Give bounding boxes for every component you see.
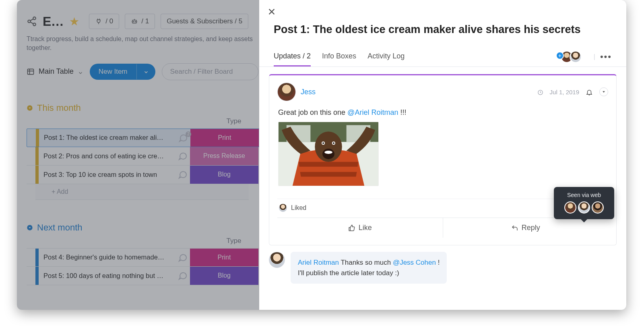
card-meta: Jul 1, 2019 [537,87,608,96]
avatar [564,201,576,214]
body-text: Great job on this one [278,108,347,116]
clock-icon [537,88,543,95]
tab-activity-log[interactable]: Activity Log [367,47,405,66]
svg-point-25 [324,151,332,154]
action-row: Like Reply [277,218,608,238]
svg-point-27 [322,142,324,144]
comment-reply: Ariel Roitman Thanks so much @Jess Cohen… [269,252,617,287]
reply-text: Thanks so much [339,259,393,266]
tabs-row: Updates / 2 Info Boxes Activity Log + | … [259,47,626,67]
reply-author[interactable]: Ariel Roitman [298,259,339,266]
app-frame: E… ★ / 0 / 1 Guests & Subscribers / 5 Tt… [17,0,626,310]
reply-avatar[interactable] [269,252,285,268]
card-header: Jess Jul 1, 2019 [277,83,608,101]
body-text: !!! [398,108,406,116]
update-card: Jess Jul 1, 2019 Great job on this one @… [269,74,617,245]
item-panel: Post 1: The oldest ice cream maker alive… [259,0,626,310]
bell-icon[interactable] [586,88,593,95]
tab-info-boxes[interactable]: Info Boxes [322,47,356,66]
svg-marker-18 [603,91,605,93]
panel-title: Post 1: The oldest ice cream maker alive… [259,0,626,36]
reply-text: I'll publish the article later today :) [298,269,399,277]
liked-label: Liked [291,204,306,212]
mention[interactable]: @Ariel Roitman [347,108,398,116]
member-avatars[interactable]: + [561,51,582,63]
author-name[interactable]: Jess [301,88,316,96]
thumb-up-icon [348,224,355,232]
svg-point-29 [333,142,334,144]
reply-icon [511,224,518,232]
avatar [278,203,288,213]
close-icon[interactable] [267,7,276,16]
attached-gif[interactable] [278,122,379,186]
reply-bubble: Ariel Roitman Thanks so much @Jess Cohen… [291,252,447,284]
avatar [592,201,604,214]
like-button[interactable]: Like [277,218,443,238]
update-body: Great job on this one @Ariel Roitman !!! [277,101,608,193]
more-menu-icon[interactable]: ••• [600,52,612,62]
tooltip-label: Seen via web [560,192,608,198]
author-avatar[interactable] [277,83,296,101]
card-menu-icon[interactable] [599,87,608,96]
add-member-icon[interactable]: + [556,52,564,60]
avatar [570,51,582,63]
action-label: Reply [522,224,540,232]
post-date: Jul 1, 2019 [550,89,579,95]
action-label: Like [359,224,372,232]
mention[interactable]: @Jess Cohen [393,259,436,266]
liked-indicator: Liked [278,203,306,213]
seen-tooltip: Seen via web [554,187,614,219]
avatar [578,201,590,214]
tabs: Updates / 2 Info Boxes Activity Log [274,47,405,66]
reply-text: ! [436,259,440,266]
tab-updates[interactable]: Updates / 2 [274,47,311,66]
